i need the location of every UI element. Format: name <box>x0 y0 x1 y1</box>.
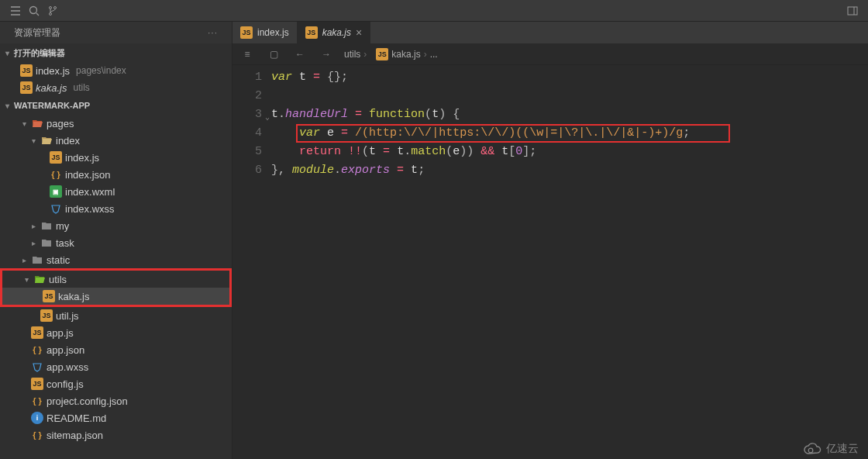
tree-item[interactable]: ▸index.wxss <box>0 200 232 217</box>
json-icon <box>31 429 43 441</box>
code-line[interactable] <box>271 87 868 105</box>
tab-label: index.js <box>257 27 289 38</box>
tree-item[interactable]: ▸project.config.json <box>0 392 232 409</box>
tree-label: index.json <box>65 169 111 181</box>
file-path: pages\index <box>76 65 126 76</box>
chevron-right-icon[interactable]: ▸ <box>20 256 28 264</box>
tree-item[interactable]: ▾pages <box>0 115 232 132</box>
branch-icon[interactable] <box>43 2 62 20</box>
code-line[interactable]: return !!(t = t.match(e)) && t[0]; <box>271 143 868 161</box>
js-icon: JS <box>40 309 53 322</box>
line-number: 6 <box>232 161 262 180</box>
editor-tab[interactable]: JSkaka.js× <box>298 22 371 43</box>
line-number: 5 <box>232 143 262 161</box>
tree-item[interactable]: ▸JSkaka.js <box>2 288 229 305</box>
chevron-down-icon[interactable]: ▾ <box>22 275 30 283</box>
tree-item[interactable]: ▾utils <box>2 271 229 288</box>
tree-item[interactable]: ▸my <box>0 217 232 234</box>
editor-tab[interactable]: JSindex.js <box>232 22 298 43</box>
editor-tabs: JSindex.jsJSkaka.js× <box>232 22 868 43</box>
tree-item[interactable]: ▸iREADME.md <box>0 409 232 426</box>
tree-label: config.js <box>46 378 84 390</box>
json-icon <box>50 168 62 181</box>
open-editor-item[interactable]: JSkaka.jsutils <box>0 79 232 96</box>
tree-item[interactable]: ▸task <box>0 234 232 251</box>
sidebar: 资源管理器 ··· ▾ 打开的编辑器 JSindex.jspages\index… <box>0 22 232 459</box>
fold-marker-icon[interactable]: ⌄ <box>265 109 270 127</box>
tree-label: sitemap.json <box>46 430 103 441</box>
svg-rect-4 <box>848 7 857 15</box>
chevron-down-icon: ▾ <box>3 49 11 57</box>
wxss-icon <box>31 361 43 373</box>
tree-label: utils <box>49 274 67 285</box>
line-number: 4 <box>232 124 262 143</box>
code-line[interactable]: t.handleUrl = function(t) { <box>271 105 868 124</box>
js-icon: JS <box>240 26 253 39</box>
breadcrumb-file[interactable]: JS kaka.js › ... <box>376 48 437 60</box>
tree-item[interactable]: ▸JSindex.js <box>0 149 232 166</box>
menu-icon[interactable] <box>6 2 25 20</box>
tree-item[interactable]: ▾index <box>0 132 232 149</box>
nav-back-icon[interactable]: ← <box>291 49 308 60</box>
chevron-right-icon[interactable]: ▸ <box>29 239 37 247</box>
js-icon: JS <box>50 151 62 164</box>
tree-item[interactable]: ▸index.json <box>0 166 232 183</box>
tree-item[interactable]: ▸JSutil.js <box>0 307 232 324</box>
js-icon: JS <box>305 26 318 39</box>
open-editors-header[interactable]: ▾ 打开的编辑器 <box>0 43 232 62</box>
folder-pages-icon <box>31 117 43 129</box>
info-icon: i <box>31 412 43 424</box>
tree-item[interactable]: ▸app.json <box>0 341 232 358</box>
tab-label: kaka.js <box>322 27 351 38</box>
code-line[interactable]: var t = {}; <box>271 68 868 87</box>
tree-item[interactable]: ▸app.wxss <box>0 358 232 375</box>
code-line[interactable]: var e = /(http:\/\/|https:\/\/)((\w|=|\?… <box>271 124 868 143</box>
highlight-box: ▾utils▸JSkaka.js <box>0 268 232 307</box>
svg-point-0 <box>30 6 37 13</box>
more-icon[interactable]: ··· <box>208 27 218 38</box>
breadcrumb: ≡ ▢ ← → utils › JS kaka.js › ... <box>232 43 868 65</box>
code-editor[interactable]: 123⌄456 var t = {};t.handleUrl = functio… <box>232 65 868 459</box>
breadcrumb-folder[interactable]: utils › <box>344 49 367 60</box>
js-icon: JS <box>20 64 33 77</box>
tree-label: index <box>56 135 80 147</box>
panel-right-icon[interactable] <box>843 2 862 20</box>
list-icon[interactable]: ≡ <box>239 49 256 60</box>
tree-item[interactable]: ▸JSapp.js <box>0 324 232 341</box>
tree-label: app.wxss <box>46 361 88 373</box>
watermark: 亿速云 <box>803 442 859 456</box>
tree-label: my <box>56 220 69 232</box>
chevron-down-icon[interactable]: ▾ <box>20 119 28 127</box>
js-icon: JS <box>31 326 43 339</box>
js-icon: JS <box>31 378 43 390</box>
line-number: 3⌄ <box>232 105 262 124</box>
tree-item[interactable]: ▸static <box>0 251 232 268</box>
chevron-down-icon[interactable]: ▾ <box>29 136 37 144</box>
tree-label: pages <box>46 118 74 129</box>
tree-item[interactable]: ▸sitemap.json <box>0 426 232 443</box>
code-line[interactable]: }, module.exports = t; <box>271 161 868 180</box>
file-label: kaka.js <box>36 82 67 94</box>
chevron-right-icon[interactable]: ▸ <box>29 222 37 230</box>
close-icon[interactable]: × <box>356 26 362 39</box>
bookmark-icon[interactable]: ▢ <box>265 49 282 60</box>
js-icon: JS <box>376 48 388 60</box>
tree-item[interactable]: ▸JSconfig.js <box>0 375 232 392</box>
tree-label: kaka.js <box>58 291 89 302</box>
search-icon[interactable] <box>25 2 43 20</box>
explorer-title[interactable]: 资源管理器 ··· <box>0 22 232 43</box>
tree-label: util.js <box>56 310 79 322</box>
chevron-down-icon: ▾ <box>3 102 11 109</box>
folder-open-icon <box>40 134 53 147</box>
js-icon: JS <box>43 290 55 302</box>
file-label: index.js <box>36 65 70 77</box>
js-icon: JS <box>20 81 33 94</box>
tree-label: index.wxss <box>65 203 115 215</box>
nav-fwd-icon[interactable]: → <box>318 49 335 60</box>
tree-item[interactable]: ▸▣index.wxml <box>0 183 232 200</box>
open-editor-item[interactable]: JSindex.jspages\index <box>0 62 232 79</box>
line-number: 2 <box>232 87 262 105</box>
project-header[interactable]: ▾ WATERMARK-APP <box>0 96 232 115</box>
tree-label: README.md <box>46 412 106 424</box>
svg-point-1 <box>50 6 52 9</box>
